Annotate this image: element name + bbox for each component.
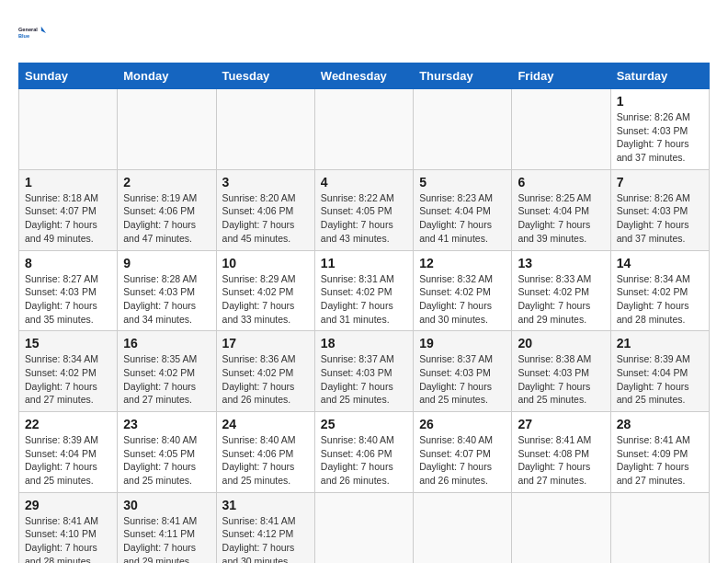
day-info: Sunrise: 8:40 AMSunset: 4:07 PMDaylight:… [419, 433, 506, 488]
day-cell: 5Sunrise: 8:23 AMSunset: 4:04 PMDaylight… [414, 169, 512, 250]
svg-text:Blue: Blue [18, 33, 29, 39]
day-info: Sunrise: 8:41 AMSunset: 4:08 PMDaylight:… [518, 433, 604, 488]
day-number: 8 [25, 256, 111, 270]
day-info: Sunrise: 8:22 AMSunset: 4:05 PMDaylight:… [321, 191, 407, 246]
svg-text:General: General [18, 27, 38, 32]
svg-marker-2 [41, 27, 46, 33]
day-info: Sunrise: 8:40 AMSunset: 4:05 PMDaylight:… [123, 433, 210, 488]
day-cell: 8Sunrise: 8:27 AMSunset: 4:03 PMDaylight… [19, 250, 118, 331]
week-row-0: 1Sunrise: 8:26 AMSunset: 4:03 PMDaylight… [19, 89, 710, 170]
empty-cell [216, 89, 314, 170]
week-row-2: 8Sunrise: 8:27 AMSunset: 4:03 PMDaylight… [19, 250, 710, 331]
empty-cell [414, 89, 512, 170]
day-info: Sunrise: 8:34 AMSunset: 4:02 PMDaylight:… [25, 352, 111, 407]
day-info: Sunrise: 8:41 AMSunset: 4:11 PMDaylight:… [123, 514, 210, 563]
day-number: 11 [321, 256, 407, 270]
day-number: 22 [25, 417, 111, 431]
day-cell: 19Sunrise: 8:37 AMSunset: 4:03 PMDayligh… [414, 331, 512, 412]
day-cell: 28Sunrise: 8:41 AMSunset: 4:09 PMDayligh… [610, 412, 709, 493]
day-number: 28 [617, 417, 703, 431]
empty-cell [512, 89, 610, 170]
day-info: Sunrise: 8:35 AMSunset: 4:02 PMDaylight:… [123, 352, 210, 407]
day-cell: 2Sunrise: 8:19 AMSunset: 4:06 PMDaylight… [118, 169, 216, 250]
day-number: 20 [518, 336, 604, 350]
day-cell: 4Sunrise: 8:22 AMSunset: 4:05 PMDaylight… [314, 169, 413, 250]
day-number: 2 [123, 175, 210, 190]
day-number: 9 [123, 256, 210, 270]
day-number: 19 [419, 336, 506, 350]
day-cell: 18Sunrise: 8:37 AMSunset: 4:03 PMDayligh… [314, 331, 413, 412]
empty-cell [314, 89, 413, 170]
day-info: Sunrise: 8:40 AMSunset: 4:06 PMDaylight:… [222, 433, 309, 488]
day-number: 14 [617, 256, 703, 270]
day-info: Sunrise: 8:28 AMSunset: 4:03 PMDaylight:… [123, 272, 210, 327]
day-number: 4 [321, 175, 407, 190]
day-number: 26 [419, 417, 506, 431]
day-number: 24 [222, 417, 309, 431]
day-number: 30 [123, 498, 210, 512]
day-cell [414, 492, 512, 563]
day-header-thursday: Thursday [414, 63, 512, 89]
day-info: Sunrise: 8:39 AMSunset: 4:04 PMDaylight:… [617, 352, 703, 407]
empty-cell [118, 89, 216, 170]
day-cell: 1Sunrise: 8:26 AMSunset: 4:03 PMDaylight… [610, 89, 709, 170]
day-number: 15 [25, 336, 111, 350]
day-info: Sunrise: 8:27 AMSunset: 4:03 PMDaylight:… [25, 272, 111, 327]
day-cell: 26Sunrise: 8:40 AMSunset: 4:07 PMDayligh… [414, 412, 512, 493]
day-header-wednesday: Wednesday [314, 63, 413, 89]
day-info: Sunrise: 8:32 AMSunset: 4:02 PMDaylight:… [419, 272, 506, 327]
day-cell: 14Sunrise: 8:34 AMSunset: 4:02 PMDayligh… [610, 250, 709, 331]
day-cell: 16Sunrise: 8:35 AMSunset: 4:02 PMDayligh… [118, 331, 216, 412]
day-number: 7 [617, 175, 703, 190]
day-number: 18 [321, 336, 407, 350]
day-cell [314, 492, 413, 563]
days-header-row: SundayMondayTuesdayWednesdayThursdayFrid… [19, 63, 710, 89]
day-cell: 9Sunrise: 8:28 AMSunset: 4:03 PMDaylight… [118, 250, 216, 331]
day-info: Sunrise: 8:19 AMSunset: 4:06 PMDaylight:… [123, 191, 210, 246]
day-number: 21 [617, 336, 703, 350]
page-header: GeneralBlue [18, 18, 710, 48]
day-cell: 7Sunrise: 8:26 AMSunset: 4:03 PMDaylight… [610, 169, 709, 250]
day-cell [610, 492, 709, 563]
day-cell: 15Sunrise: 8:34 AMSunset: 4:02 PMDayligh… [19, 331, 118, 412]
day-cell: 27Sunrise: 8:41 AMSunset: 4:08 PMDayligh… [512, 412, 610, 493]
calendar-table: SundayMondayTuesdayWednesdayThursdayFrid… [18, 63, 710, 563]
day-info: Sunrise: 8:20 AMSunset: 4:06 PMDaylight:… [222, 191, 309, 246]
day-info: Sunrise: 8:29 AMSunset: 4:02 PMDaylight:… [222, 272, 309, 327]
day-info: Sunrise: 8:26 AMSunset: 4:03 PMDaylight:… [617, 191, 703, 246]
day-number: 3 [222, 175, 309, 190]
day-cell: 17Sunrise: 8:36 AMSunset: 4:02 PMDayligh… [216, 331, 314, 412]
day-number: 25 [321, 417, 407, 431]
day-cell: 10Sunrise: 8:29 AMSunset: 4:02 PMDayligh… [216, 250, 314, 331]
day-cell [512, 492, 610, 563]
day-number: 12 [419, 256, 506, 270]
day-cell: 12Sunrise: 8:32 AMSunset: 4:02 PMDayligh… [414, 250, 512, 331]
day-cell: 21Sunrise: 8:39 AMSunset: 4:04 PMDayligh… [610, 331, 709, 412]
day-cell: 23Sunrise: 8:40 AMSunset: 4:05 PMDayligh… [118, 412, 216, 493]
week-row-5: 29Sunrise: 8:41 AMSunset: 4:10 PMDayligh… [19, 492, 710, 563]
day-number: 17 [222, 336, 309, 350]
week-row-4: 22Sunrise: 8:39 AMSunset: 4:04 PMDayligh… [19, 412, 710, 493]
day-info: Sunrise: 8:37 AMSunset: 4:03 PMDaylight:… [321, 352, 407, 407]
day-info: Sunrise: 8:41 AMSunset: 4:09 PMDaylight:… [617, 433, 703, 488]
day-number: 27 [518, 417, 604, 431]
day-info: Sunrise: 8:33 AMSunset: 4:02 PMDaylight:… [518, 272, 604, 327]
day-number: 29 [25, 498, 111, 512]
day-number: 1 [25, 175, 111, 190]
day-cell: 13Sunrise: 8:33 AMSunset: 4:02 PMDayligh… [512, 250, 610, 331]
day-number: 1 [617, 94, 703, 109]
day-info: Sunrise: 8:41 AMSunset: 4:10 PMDaylight:… [25, 514, 111, 563]
day-number: 10 [222, 256, 309, 270]
day-info: Sunrise: 8:37 AMSunset: 4:03 PMDaylight:… [419, 352, 506, 407]
day-cell: 1Sunrise: 8:18 AMSunset: 4:07 PMDaylight… [19, 169, 118, 250]
day-info: Sunrise: 8:41 AMSunset: 4:12 PMDaylight:… [222, 514, 309, 563]
day-info: Sunrise: 8:23 AMSunset: 4:04 PMDaylight:… [419, 191, 506, 246]
day-cell: 22Sunrise: 8:39 AMSunset: 4:04 PMDayligh… [19, 412, 118, 493]
day-info: Sunrise: 8:38 AMSunset: 4:03 PMDaylight:… [518, 352, 604, 407]
week-row-1: 1Sunrise: 8:18 AMSunset: 4:07 PMDaylight… [19, 169, 710, 250]
week-row-3: 15Sunrise: 8:34 AMSunset: 4:02 PMDayligh… [19, 331, 710, 412]
logo-icon: GeneralBlue [18, 18, 48, 48]
day-number: 13 [518, 256, 604, 270]
day-info: Sunrise: 8:36 AMSunset: 4:02 PMDaylight:… [222, 352, 309, 407]
day-number: 5 [419, 175, 506, 190]
